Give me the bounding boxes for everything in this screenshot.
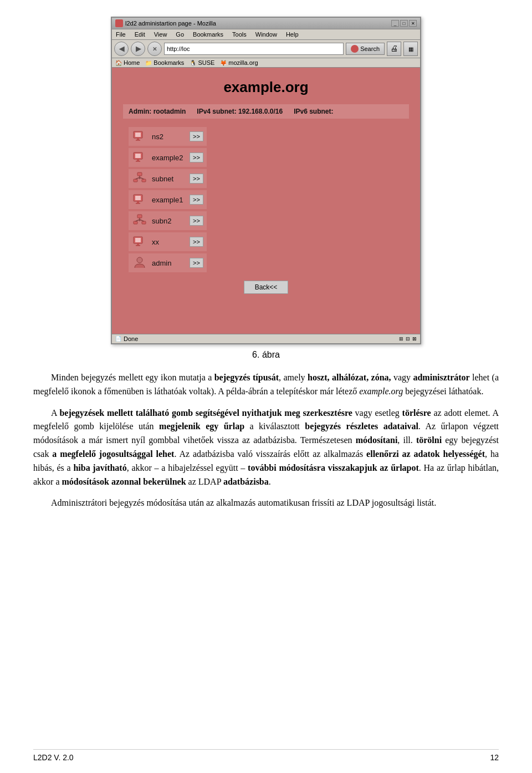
entry-row: example1>> — [129, 190, 207, 209]
entry-icon-admin — [132, 255, 147, 271]
svg-rect-6 — [137, 159, 139, 161]
webpage-content: example.org Admin: rootadmin IPv4 subnet… — [112, 68, 420, 334]
svg-rect-19 — [134, 221, 137, 224]
footer-right: 12 — [490, 753, 499, 762]
entry-arrow-button-xx[interactable]: >> — [190, 237, 203, 247]
back-nav-button[interactable]: ◀ — [114, 42, 129, 56]
search-icon — [351, 45, 359, 53]
entry-arrow-button-example1[interactable]: >> — [190, 195, 203, 205]
entry-row: xx>> — [129, 232, 207, 251]
search-label: Search — [360, 45, 380, 52]
entry-name: admin — [152, 259, 185, 267]
status-right: ⊞ ⊟ ⊠ — [399, 336, 417, 342]
extra-button[interactable]: ▦ — [403, 42, 418, 56]
minimize-button[interactable]: _ — [391, 20, 399, 27]
entry-icon-network — [132, 213, 147, 228]
browser-window: l2d2 administartion page - Mozilla _ □ ✕… — [111, 17, 421, 344]
printer-button[interactable]: 🖨 — [387, 42, 401, 56]
menu-go[interactable]: Go — [174, 30, 186, 38]
paragraph-3: Adminisztrátori bejegyzés módosítása utá… — [33, 496, 499, 510]
page-title: example.org — [123, 79, 409, 96]
svg-rect-25 — [135, 238, 141, 242]
browser-titlebar: l2d2 administartion page - Mozilla _ □ ✕ — [112, 18, 420, 29]
menu-help[interactable]: Help — [284, 30, 300, 38]
svg-rect-18 — [137, 215, 142, 218]
status-indicator-3: ⊠ — [412, 336, 417, 342]
bookmarks-bar: 🏠 Home 📁 Bookmarks 🐧 SUSE 🦊 mozilla.org — [112, 58, 420, 68]
svg-point-28 — [137, 257, 142, 263]
address-text: http://loc — [167, 45, 190, 52]
titlebar-left: l2d2 administartion page - Mozilla — [115, 19, 216, 27]
svg-line-13 — [140, 177, 144, 179]
status-indicator-2: ⊟ — [406, 336, 410, 342]
titlebar-controls: _ □ ✕ — [391, 20, 417, 27]
bookmark-bookmarks-label: Bookmarks — [154, 59, 184, 66]
entry-name: example1 — [152, 196, 185, 204]
bookmark-home-label: Home — [124, 59, 140, 66]
status-left: 📄 Done — [115, 335, 138, 342]
entry-row: example2>> — [129, 148, 207, 167]
ipv6-info: IPv6 subnet: — [294, 108, 333, 115]
status-icon: 📄 — [115, 336, 121, 342]
svg-rect-26 — [137, 243, 139, 245]
entry-name: example2 — [152, 154, 185, 162]
menu-view[interactable]: View — [152, 30, 169, 38]
status-indicator-1: ⊞ — [399, 336, 403, 342]
forward-nav-button[interactable]: ▶ — [131, 42, 145, 56]
suse-icon: 🐧 — [190, 60, 196, 66]
svg-rect-27 — [136, 245, 140, 246]
svg-rect-2 — [137, 138, 139, 140]
search-button[interactable]: Search — [346, 43, 385, 55]
back-button[interactable]: Back<< — [244, 281, 288, 294]
svg-rect-20 — [142, 221, 146, 224]
address-bar[interactable]: http://loc — [164, 43, 344, 55]
entry-icon-network — [132, 171, 147, 186]
menu-window[interactable]: Window — [254, 30, 279, 38]
page-footer: L2D2 V. 2.0 12 — [33, 749, 499, 762]
entry-row: subnet>> — [129, 169, 207, 188]
bookmark-bookmarks[interactable]: 📁 Bookmarks — [145, 59, 184, 66]
entry-row: subn2>> — [129, 211, 207, 230]
status-text: Done — [124, 335, 138, 342]
stop-nav-button[interactable]: ✕ — [147, 42, 162, 56]
entry-arrow-button-example2[interactable]: >> — [190, 152, 203, 162]
menu-bookmarks[interactable]: Bookmarks — [191, 30, 225, 38]
entry-icon-host — [132, 129, 147, 144]
bookmark-suse[interactable]: 🐧 SUSE — [190, 59, 214, 66]
browser-statusbar: 📄 Done ⊞ ⊟ ⊠ — [112, 334, 420, 343]
entry-name: subnet — [152, 175, 185, 183]
bookmark-home[interactable]: 🏠 Home — [115, 59, 140, 66]
admin-label: Admin: rootadmin — [129, 108, 186, 115]
browser-menubar: File Edit View Go Bookmarks Tools Window… — [112, 29, 420, 40]
menu-tools[interactable]: Tools — [231, 30, 248, 38]
figure-caption: 6. ábra — [0, 350, 532, 360]
svg-rect-1 — [135, 133, 141, 137]
back-button-container: Back<< — [123, 281, 409, 294]
entry-name: subn2 — [152, 217, 185, 225]
svg-rect-5 — [135, 154, 141, 158]
close-button[interactable]: ✕ — [409, 20, 417, 27]
main-text-area: Minden bejegyzés mellett egy ikon mutatj… — [0, 371, 532, 510]
svg-rect-3 — [136, 140, 140, 141]
entry-row: ns2>> — [129, 127, 207, 146]
entry-arrow-button-subnet[interactable]: >> — [190, 174, 203, 184]
browser-title: l2d2 administartion page - Mozilla — [125, 20, 216, 27]
menu-edit[interactable]: Edit — [133, 30, 147, 38]
svg-line-22 — [136, 220, 140, 221]
entry-arrow-button-admin[interactable]: >> — [190, 258, 203, 268]
entries-list: ns2>> example2>> subnet>> example1>> — [123, 127, 409, 272]
ipv4-info: IPv4 subnet: 192.168.0.0/16 — [197, 108, 283, 115]
page-title-area: example.org — [123, 79, 409, 96]
entry-arrow-button-subn2[interactable]: >> — [190, 216, 203, 226]
bookmark-mozilla-label: mozilla.org — [228, 59, 258, 66]
svg-rect-15 — [135, 196, 141, 200]
menu-file[interactable]: File — [114, 30, 127, 38]
maximize-button[interactable]: □ — [400, 20, 408, 27]
svg-line-12 — [136, 177, 140, 179]
svg-rect-9 — [134, 179, 137, 182]
paragraph-1: Minden bejegyzés mellett egy ikon mutatj… — [33, 371, 499, 399]
entry-arrow-button-ns2[interactable]: >> — [190, 131, 203, 141]
bookmark-suse-label: SUSE — [198, 59, 214, 66]
bookmark-mozilla[interactable]: 🦊 mozilla.org — [220, 59, 258, 66]
paragraph-2: A bejegyzések mellett található gomb seg… — [33, 406, 499, 489]
